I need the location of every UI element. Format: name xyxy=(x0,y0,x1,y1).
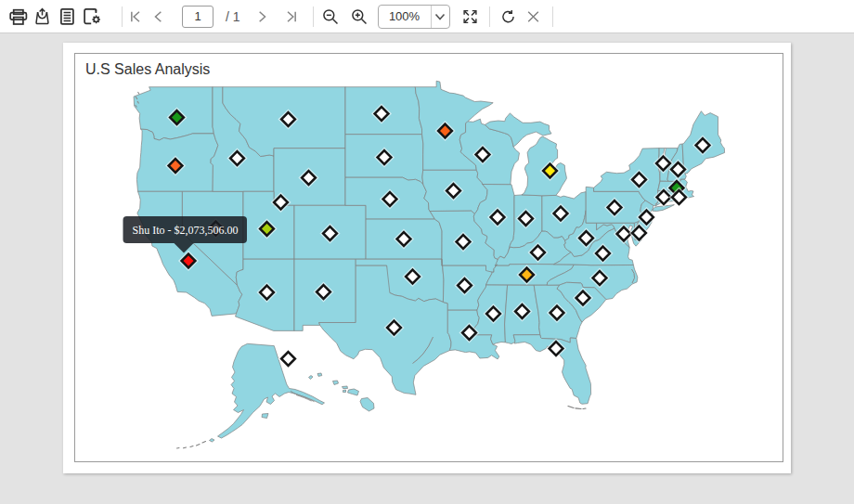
svg-text:Shu Ito - $2,073,506.00: Shu Ito - $2,073,506.00 xyxy=(133,224,239,237)
